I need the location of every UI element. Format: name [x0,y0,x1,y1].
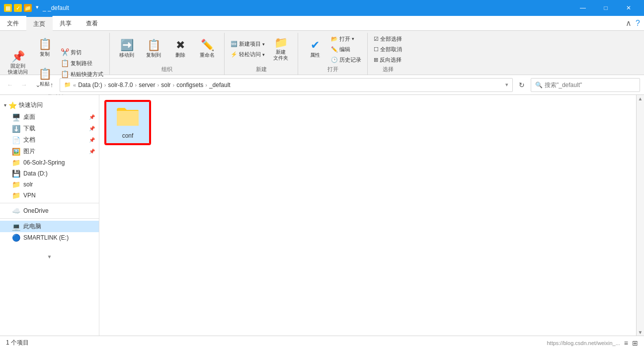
open-button[interactable]: 📂 打开 ▾ [329,34,363,44]
refresh-button[interactable]: ↻ [515,78,529,92]
sidebar-scroll-area [0,243,99,253]
open-col: 📂 打开 ▾ ✏️ 编辑 🕒 历史记录 [329,35,363,64]
sidebar-scroll-down[interactable]: ▼ [0,253,99,261]
view-details-btn[interactable]: ≡ [624,339,628,347]
sidebar-item-onedrive[interactable]: ☁️ OneDrive [0,205,99,216]
sidebar-item-smartlink[interactable]: 🔵 SMARTLINK (E:) [0,232,99,243]
sidebar-item-desktop[interactable]: 🖥️ 桌面 📌 [0,111,99,123]
new-item-button[interactable]: 🆕 新建项目 ▾ [229,39,267,49]
search-input[interactable] [545,82,636,88]
ribbon-group-open: ✔ 属性 📂 打开 ▾ ✏️ 编辑 🕒 历史记录 [298,33,368,75]
scroll-down-arrow[interactable]: ▼ [637,329,644,336]
right-scrollbar[interactable]: ▲ ▼ [636,95,644,336]
copy-icon: 📋 [38,39,52,50]
sidebar: ▾ ⭐ 快速访问 🖥️ 桌面 📌 ⬇️ 下载 📌 📄 文档 📌 🖼️ 图片 📌 … [0,95,99,336]
easy-access-button[interactable]: ⚡ 轻松访问 ▾ [229,50,267,59]
data-drive-icon: 💾 [12,170,20,177]
copy-label: 复制 [40,51,50,58]
app-icon-1: ▦ [4,4,12,12]
minimize-button[interactable]: — [571,0,594,16]
copy-path-button[interactable]: 📋 复制路径 [59,58,105,68]
copy-button[interactable]: 📋 复制 [32,34,58,63]
path-dropdown-btn[interactable]: ▾ [505,82,508,88]
titlebar-controls: — □ ✕ [571,0,640,16]
pin-icon: 📌 [11,51,25,62]
help-btn[interactable]: ? [636,19,640,28]
recent-locations-button[interactable]: ⌄ [32,79,44,91]
path-part-server[interactable]: server [139,82,155,88]
maximize-button[interactable]: □ [594,0,617,16]
sidebar-item-this-pc[interactable]: 💻 此电脑 [0,221,99,232]
sidebar-item-solr[interactable]: 📁 solr [0,179,99,190]
history-button[interactable]: 🕒 历史记录 [329,55,363,65]
solrj-label: 06-SolrJ-Spring [23,159,65,166]
back-button[interactable]: ← [4,79,16,91]
tab-home[interactable]: 主页 [26,16,53,31]
select-all-icon: ☑ [374,36,379,42]
sidebar-item-data-drive[interactable]: 💾 Data (D:) [0,168,99,179]
scroll-up-arrow[interactable]: ▲ [637,95,644,102]
ribbon-collapse-btn[interactable]: ∧ [626,18,632,28]
select-all-button[interactable]: ☑ 全部选择 [372,34,404,44]
search-icon: 🔍 [535,82,543,88]
data-drive-label: Data (D:) [23,170,48,177]
sidebar-item-pictures[interactable]: 🖼️ 图片 📌 [0,146,99,157]
search-box[interactable]: 🔍 [531,78,640,92]
tab-file[interactable]: 文件 [0,16,26,31]
select-items: ☑ 全部选择 ☐ 全部取消 ⊞ 反向选择 [370,33,406,66]
new-folder-button[interactable]: 📁 新建文件夹 [268,35,294,64]
solr-folder-icon: 📁 [12,180,20,188]
edit-icon: ✏️ [331,46,338,53]
deselect-icon: ☐ [374,46,379,53]
move-label: 移动到 [119,52,134,59]
smartlink-label: SMARTLINK (E:) [23,234,69,241]
path-part-solr-version[interactable]: solr-8.7.0 [108,82,133,88]
open-arrow: ▾ [352,36,354,41]
tab-view[interactable]: 查看 [79,16,105,31]
view-large-icons-btn[interactable]: ⊞ [632,339,638,347]
select-col: ☑ 全部选择 ☐ 全部取消 ⊞ 反向选择 [372,35,404,64]
move-to-button[interactable]: ➡️ 移动到 [114,35,140,64]
paste-shortcut-icon: 📋 [61,70,69,78]
delete-label: 删除 [175,52,185,59]
path-part-solr[interactable]: solr [161,82,170,88]
sidebar-item-downloads[interactable]: ⬇️ 下载 📌 [0,123,99,134]
delete-button[interactable]: ✖ 删除 [167,35,193,64]
path-part-default[interactable]: _default [209,82,231,88]
paste-icon: 📋 [38,69,52,80]
up-button[interactable]: ↑ [46,79,58,91]
pin-to-quick-access-button[interactable]: 📌 固定到快速访问 [5,49,31,78]
easy-access-arrow: ▾ [262,52,265,57]
new-item-icon: 🆕 [231,41,238,47]
sidebar-item-documents[interactable]: 📄 文档 📌 [0,134,99,146]
sidebar-item-solrj-spring[interactable]: 📁 06-SolrJ-Spring [0,157,99,168]
properties-button[interactable]: ✔ 属性 [302,35,328,64]
copy-to-button[interactable]: 📋 复制到 [141,35,166,64]
close-button[interactable]: ✕ [617,0,640,16]
invert-select-button[interactable]: ⊞ 反向选择 [372,55,404,65]
cut-button[interactable]: ✂️ 剪切 [59,47,105,57]
rename-button[interactable]: ✏️ 重命名 [194,35,220,64]
new-col: 🆕 新建项目 ▾ ⚡ 轻松访问 ▾ [229,35,267,64]
organize-items: ➡️ 移动到 📋 复制到 ✖ 删除 ✏️ 重命名 [112,33,222,66]
path-part-configsets[interactable]: configsets [176,82,203,88]
forward-button[interactable]: → [18,79,30,91]
ribbon: 文件 主页 共享 查看 ∧ ? 📌 固定到快速访问 📋 复制 [0,16,644,75]
rename-icon: ✏️ [201,40,214,51]
new-label: 新建 [227,66,296,75]
address-path[interactable]: 📁 « Data (D:) › solr-8.7.0 › server › so… [60,78,513,92]
file-item-conf[interactable]: conf [105,101,150,144]
sidebar-item-vpn[interactable]: 📁 VPN [0,190,99,201]
pin-indicator-3: 📌 [89,137,95,143]
sidebar-divider-1 [0,203,99,203]
desktop-label: 桌面 [23,113,35,121]
new-folder-icon: 📁 [274,37,288,48]
edit-button[interactable]: ✏️ 编辑 [329,45,363,54]
tab-share[interactable]: 共享 [53,16,79,31]
clipboard-extra: ✂️ 剪切 📋 复制路径 📋 粘贴快捷方式 [59,47,105,79]
app-icon-2: ✓ [14,4,22,12]
new-folder-label: 新建文件夹 [273,49,288,61]
deselect-all-button[interactable]: ☐ 全部取消 [372,45,404,54]
quick-access-header[interactable]: ▾ ⭐ 快速访问 [0,99,99,111]
path-part-drive[interactable]: Data (D:) [78,82,102,88]
